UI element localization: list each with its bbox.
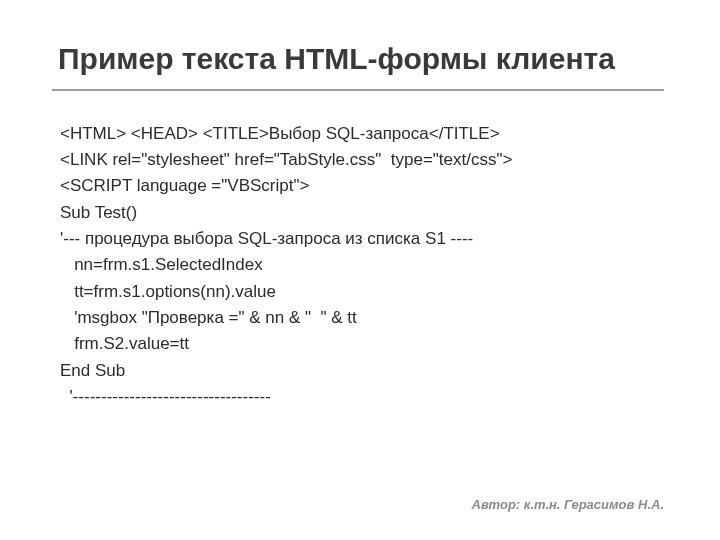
author-credit: Автор: к.т.н. Герасимов Н.А.: [472, 497, 664, 512]
title-underline: [52, 89, 664, 91]
slide-title: Пример текста HTML-формы клиента: [58, 42, 668, 77]
slide: Пример текста HTML-формы клиента <HTML> …: [0, 0, 720, 540]
code-block: <HTML> <HEAD> <TITLE>Выбор SQL-запроса</…: [60, 121, 668, 411]
